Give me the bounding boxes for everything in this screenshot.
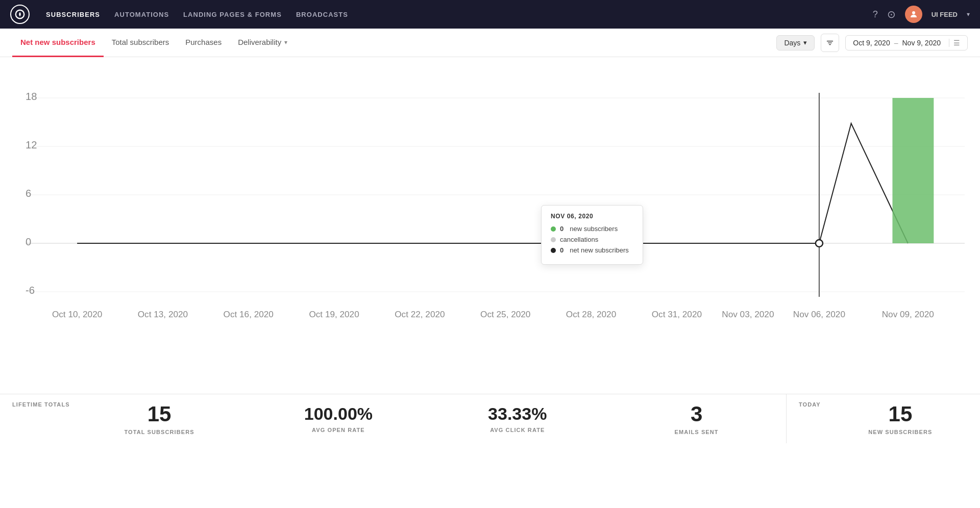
chart-svg: 18 12 6 0 -6 Oct 10, 2020 Oct 13, 2020 O… — [26, 67, 965, 333]
nav-right: ? ⊙ UI FEED ▾ — [873, 6, 970, 23]
new-subscribers-today-stat: 15 NEW SUBSCRIBERS — [821, 394, 980, 443]
avg-open-rate-value: 100.00% — [304, 404, 373, 423]
lifetime-stats-section: LIFETIME TOTALS 15 TOTAL SUBSCRIBERS 100… — [0, 394, 786, 443]
lifetime-label-wrapper: LIFETIME TOTALS — [0, 394, 70, 408]
svg-rect-15 — [892, 98, 934, 243]
nav-subscribers[interactable]: SUBSCRIBERS — [46, 11, 100, 18]
total-subscribers-value: 15 — [148, 402, 172, 426]
help-icon[interactable]: ? — [873, 9, 878, 20]
avg-click-rate-stat: 33.33% AVG CLICK RATE — [428, 396, 607, 441]
days-chevron-icon: ▾ — [803, 39, 807, 46]
today-stats-section: TODAY 15 NEW SUBSCRIBERS — [786, 394, 980, 443]
emails-sent-value: 3 — [691, 402, 702, 426]
user-feed-label[interactable]: UI FEED — [932, 11, 958, 18]
svg-text:Oct 22, 2020: Oct 22, 2020 — [395, 310, 445, 319]
stats-bar: LIFETIME TOTALS 15 TOTAL SUBSCRIBERS 100… — [0, 394, 980, 443]
avg-open-rate-label: AVG OPEN RATE — [312, 427, 365, 433]
total-subscribers-stat: 15 TOTAL SUBSCRIBERS — [70, 394, 249, 443]
nav-broadcasts[interactable]: BROADCASTS — [296, 11, 348, 18]
nav-links: SUBSCRIBERS AUTOMATIONS LANDING PAGES & … — [46, 11, 856, 18]
lifetime-totals-label: LIFETIME TOTALS — [12, 401, 70, 408]
new-subscribers-today-value: 15 — [889, 402, 913, 426]
avg-click-rate-label: AVG CLICK RATE — [490, 427, 545, 433]
date-separator: – — [894, 39, 898, 47]
svg-text:6: 6 — [26, 188, 31, 199]
date-start: Oct 9, 2020 — [853, 39, 890, 47]
svg-text:Nov 06, 2020: Nov 06, 2020 — [793, 310, 845, 319]
svg-text:Oct 25, 2020: Oct 25, 2020 — [480, 310, 530, 319]
svg-text:Nov 09, 2020: Nov 09, 2020 — [882, 310, 934, 319]
deliverability-chevron-icon: ▾ — [284, 39, 287, 46]
date-range-actions: ☰ — [949, 39, 960, 47]
svg-text:Oct 31, 2020: Oct 31, 2020 — [652, 310, 702, 319]
days-button[interactable]: Days ▾ — [776, 35, 815, 50]
date-end: Nov 9, 2020 — [902, 39, 941, 47]
svg-text:Oct 19, 2020: Oct 19, 2020 — [309, 310, 359, 319]
today-label: TODAY — [799, 401, 821, 408]
date-range-icon[interactable]: ☰ — [953, 39, 960, 47]
svg-point-17 — [816, 240, 823, 247]
sub-nav: Net new subscribers Total subscribers Pu… — [0, 29, 980, 57]
tab-total-subscribers[interactable]: Total subscribers — [104, 29, 178, 57]
svg-text:Nov 03, 2020: Nov 03, 2020 — [722, 310, 774, 319]
svg-text:Oct 10, 2020: Oct 10, 2020 — [52, 310, 102, 319]
svg-text:Oct 13, 2020: Oct 13, 2020 — [138, 310, 188, 319]
user-dropdown-icon[interactable]: ▾ — [967, 11, 970, 18]
avg-open-rate-stat: 100.00% AVG OPEN RATE — [249, 396, 428, 441]
svg-text:Oct 28, 2020: Oct 28, 2020 — [566, 310, 616, 319]
total-subscribers-label: TOTAL SUBSCRIBERS — [124, 429, 194, 435]
nav-automations[interactable]: AUTOMATIONS — [114, 11, 169, 18]
emails-sent-label: EMAILS SENT — [675, 429, 719, 435]
chart-area: 18 12 6 0 -6 Oct 10, 2020 Oct 13, 2020 O… — [0, 57, 980, 394]
svg-text:12: 12 — [26, 139, 37, 150]
tab-net-new-subscribers[interactable]: Net new subscribers — [12, 29, 104, 57]
filter-button[interactable] — [821, 34, 839, 52]
notification-icon[interactable]: ⊙ — [887, 8, 896, 20]
sub-nav-controls: Days ▾ Oct 9, 2020 – Nov 9, 2020 ☰ — [776, 34, 968, 52]
svg-text:Oct 16, 2020: Oct 16, 2020 — [224, 310, 274, 319]
tab-purchases[interactable]: Purchases — [177, 29, 230, 57]
emails-sent-stat: 3 EMAILS SENT — [607, 394, 786, 443]
today-label-wrapper: TODAY — [787, 394, 821, 408]
tab-deliverability[interactable]: Deliverability ▾ — [230, 29, 296, 57]
avatar[interactable] — [905, 6, 922, 23]
svg-text:-6: -6 — [26, 285, 35, 296]
nav-landing-pages[interactable]: LANDING PAGES & FORMS — [183, 11, 282, 18]
svg-text:18: 18 — [26, 91, 37, 102]
logo[interactable] — [10, 5, 30, 24]
avg-click-rate-value: 33.33% — [488, 404, 547, 423]
svg-text:0: 0 — [26, 236, 31, 247]
date-range-picker[interactable]: Oct 9, 2020 – Nov 9, 2020 ☰ — [845, 35, 968, 50]
svg-point-1 — [912, 11, 915, 14]
top-nav: SUBSCRIBERS AUTOMATIONS LANDING PAGES & … — [0, 0, 980, 29]
new-subscribers-today-label: NEW SUBSCRIBERS — [868, 429, 932, 435]
